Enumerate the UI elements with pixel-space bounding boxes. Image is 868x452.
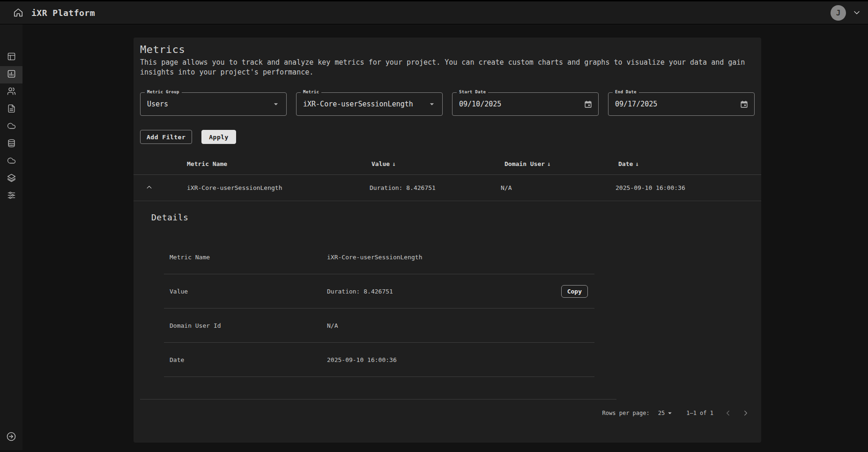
details-value: 2025-09-10 16:00:36	[327, 356, 594, 363]
calendar-icon[interactable]	[740, 100, 749, 109]
sidebar-item-documents[interactable]	[0, 101, 22, 118]
home-icon[interactable]	[13, 8, 23, 18]
cloud-icon	[7, 121, 16, 132]
cell-value: Duration: 8.426751	[363, 184, 494, 191]
details-list: Metric Name iXR-Core-userSessionLength V…	[164, 240, 594, 377]
page-description: This page allows you to track and analyz…	[140, 58, 749, 77]
end-date-value: 09/17/2025	[615, 100, 657, 108]
dropdown-arrow-icon	[271, 99, 281, 109]
apply-button[interactable]: Apply	[201, 130, 236, 144]
details-value: Duration: 8.426751	[327, 288, 561, 295]
details-label: Domain User Id	[164, 322, 327, 329]
previous-page-button[interactable]	[719, 404, 737, 422]
dropdown-arrow-icon	[427, 99, 437, 109]
chevron-right-icon	[742, 409, 750, 417]
calendar-icon[interactable]	[584, 100, 593, 109]
sidebar-item-cloud[interactable]	[0, 118, 22, 136]
bar-chart-icon	[7, 69, 16, 80]
details-row-domain-user-id: Domain User Id N/A	[164, 309, 594, 343]
details-value: N/A	[327, 322, 594, 329]
sidebar-item-settings[interactable]	[0, 188, 22, 205]
users-icon	[7, 87, 16, 98]
sidebar-item-layers[interactable]	[0, 170, 22, 188]
sliders-icon	[7, 191, 16, 202]
collapse-row-button[interactable]	[134, 184, 176, 192]
metrics-table: Metric Name Value ↓ Domain User ↓ Date ↓	[134, 153, 761, 201]
details-label: Date	[164, 356, 327, 363]
table-row[interactable]: iXR-Core-userSessionLength Duration: 8.4…	[134, 175, 761, 201]
chevron-up-icon	[146, 184, 153, 192]
cell-domain-user: N/A	[494, 184, 604, 191]
details-label: Value	[164, 288, 327, 295]
rows-per-page-label: Rows per page:	[602, 410, 650, 416]
copy-button[interactable]: Copy	[561, 285, 588, 298]
chevron-left-icon	[724, 409, 732, 417]
details-value: iXR-Core-userSessionLength	[327, 254, 594, 261]
metric-label: Metric	[301, 90, 321, 94]
end-date-label: End Date	[613, 90, 639, 94]
end-date-input[interactable]: End Date 09/17/2025	[608, 92, 755, 116]
start-date-value: 09/10/2025	[459, 100, 501, 108]
dropdown-caret-icon	[666, 409, 674, 417]
start-date-label: Start Date	[457, 90, 488, 94]
layers-icon	[7, 173, 16, 184]
sort-desc-icon: ↓	[547, 160, 551, 167]
database-icon	[7, 139, 16, 150]
rows-per-page-select[interactable]: 25	[658, 409, 674, 417]
cell-date: 2025-09-10 16:00:36	[604, 184, 761, 191]
avatar[interactable]: J	[831, 5, 846, 21]
details-row-date: Date 2025-09-10 16:00:36	[164, 343, 594, 377]
metric-group-select[interactable]: Metric Group Users	[140, 92, 287, 116]
metric-value: iXR-Core-userSessionLength	[303, 100, 413, 108]
topbar: iXR Platform J	[0, 0, 868, 24]
column-header-metric-name[interactable]: Metric Name	[176, 160, 363, 167]
details-label: Metric Name	[164, 254, 327, 261]
sort-desc-icon: ↓	[392, 160, 396, 167]
sidebar-item-dashboard[interactable]	[0, 49, 22, 66]
column-header-domain-user[interactable]: Domain User ↓	[494, 160, 604, 167]
details-row-value: Value Duration: 8.426751 Copy	[164, 274, 594, 309]
details-row-metric-name: Metric Name iXR-Core-userSessionLength	[164, 240, 594, 274]
sidebar-item-database[interactable]	[0, 136, 22, 153]
metric-select[interactable]: Metric iXR-Core-userSessionLength	[296, 92, 443, 116]
sidebar-expand-button[interactable]	[0, 431, 22, 444]
column-header-date[interactable]: Date ↓	[604, 160, 761, 167]
cloud-icon	[7, 156, 16, 167]
app-title: iXR Platform	[31, 8, 95, 18]
metrics-card: Metrics This page allows you to track an…	[134, 38, 761, 443]
metric-group-value: Users	[147, 100, 168, 108]
sidebar	[0, 24, 22, 450]
sidebar-item-metrics[interactable]	[0, 66, 22, 83]
filter-row: Metric Group Users Metric iXR-Core-userS…	[140, 92, 755, 116]
document-icon	[7, 104, 16, 115]
next-page-button[interactable]	[737, 404, 755, 422]
account-menu-chevron-down-icon[interactable]	[852, 8, 861, 17]
start-date-input[interactable]: Start Date 09/10/2025	[452, 92, 599, 116]
metric-group-label: Metric Group	[145, 90, 182, 94]
cell-metric-name: iXR-Core-userSessionLength	[176, 184, 363, 191]
add-filter-button[interactable]: Add Filter	[140, 130, 192, 144]
details-title: Details	[140, 212, 755, 222]
sidebar-item-cloud-storage[interactable]	[0, 153, 22, 170]
action-buttons: Add Filter Apply	[140, 130, 755, 144]
pagination-range: 1–1 of 1	[686, 410, 713, 416]
arrow-right-circle-icon	[6, 431, 16, 444]
column-header-value[interactable]: Value ↓	[363, 160, 494, 167]
pagination: Rows per page: 25 1–1 of 1	[140, 399, 755, 427]
table-header: Metric Name Value ↓ Domain User ↓ Date ↓	[134, 153, 761, 175]
page-title: Metrics	[140, 44, 755, 56]
sort-desc-icon: ↓	[635, 160, 639, 167]
dashboard-icon	[7, 52, 16, 63]
sidebar-item-users[interactable]	[0, 83, 22, 101]
